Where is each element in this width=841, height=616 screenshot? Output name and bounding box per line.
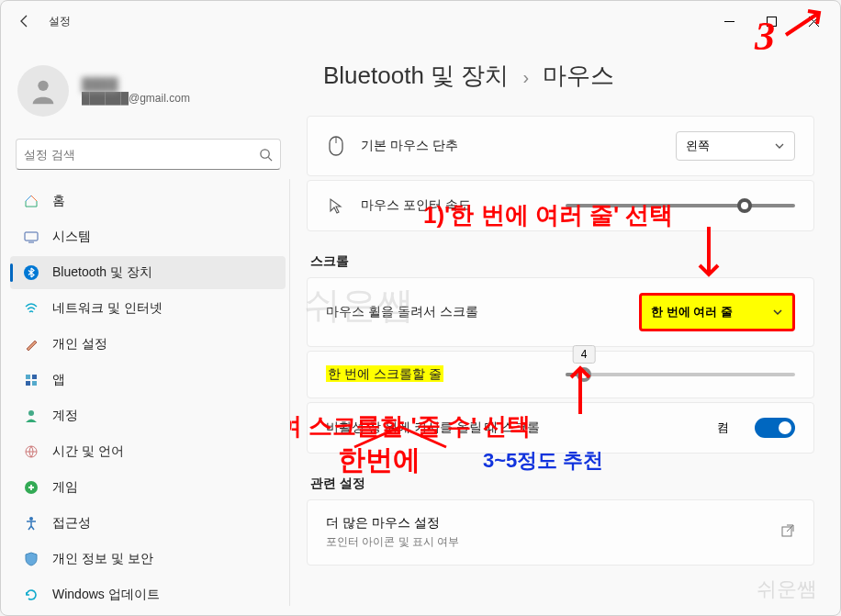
more-mouse-settings[interactable]: 더 많은 마우스 설정 포인터 아이콘 및 표시 여부 xyxy=(307,499,814,566)
globe-icon xyxy=(23,443,39,460)
sidebar-item-update[interactable]: Windows 업데이트 xyxy=(10,578,286,606)
title-bar: 설정 xyxy=(1,1,840,41)
close-button[interactable] xyxy=(792,6,835,36)
avatar xyxy=(17,65,69,117)
sidebar-item-system[interactable]: 시스템 xyxy=(10,220,286,253)
svg-point-9 xyxy=(28,410,34,416)
sidebar-item-label: Bluetooth 및 장치 xyxy=(52,264,152,281)
sidebar-item-gaming[interactable]: 게임 xyxy=(10,471,286,504)
minimize-icon xyxy=(724,17,734,27)
setting-primary-button: 기본 마우스 단추 왼쪽 xyxy=(307,116,814,176)
search-box[interactable] xyxy=(16,139,281,170)
sidebar-item-label: Windows 업데이트 xyxy=(52,587,160,603)
sidebar-item-label: 시스템 xyxy=(52,229,91,245)
pointer-speed-slider[interactable] xyxy=(566,204,795,207)
maximize-button[interactable] xyxy=(750,6,792,36)
svg-point-1 xyxy=(38,81,48,91)
brush-icon xyxy=(23,336,39,353)
svg-point-2 xyxy=(261,149,269,157)
sidebar-item-label: 게임 xyxy=(52,479,78,496)
toggle-state-text: 켬 xyxy=(717,420,729,436)
svg-rect-3 xyxy=(25,232,38,241)
slider-thumb[interactable] xyxy=(577,367,591,382)
user-block[interactable]: ████ ██████@gmail.com xyxy=(6,50,290,139)
user-name: ████ xyxy=(82,77,190,92)
accessibility-icon xyxy=(23,515,39,532)
update-icon xyxy=(23,587,39,603)
sidebar-item-time-language[interactable]: 시간 및 언어 xyxy=(10,435,286,468)
setting-label: 한 번에 스크롤할 줄 xyxy=(326,366,551,383)
external-link-icon xyxy=(780,523,795,542)
maximize-icon xyxy=(767,17,777,27)
sidebar-item-label: 접근성 xyxy=(52,515,91,532)
app-title: 설정 xyxy=(49,14,71,29)
setting-lines-at-once: 한 번에 스크롤할 줄 4 xyxy=(307,351,814,398)
svg-rect-5 xyxy=(26,375,30,379)
svg-point-12 xyxy=(29,517,33,521)
sidebar-item-label: 계정 xyxy=(52,408,78,424)
setting-label: 마우스 포인터 속도 xyxy=(361,197,551,214)
sidebar: ████ ██████@gmail.com 홈 시스템 Bluetooth 및 … xyxy=(1,41,290,615)
sidebar-item-privacy[interactable]: 개인 정보 및 보안 xyxy=(10,543,286,576)
sidebar-item-label: 시간 및 언어 xyxy=(52,443,124,460)
account-icon xyxy=(23,408,39,424)
sidebar-item-network[interactable]: 네트워크 및 인터넷 xyxy=(10,292,286,325)
breadcrumb-current: 마우스 xyxy=(543,62,614,89)
sidebar-item-accounts[interactable]: 계정 xyxy=(10,399,286,432)
lines-slider[interactable]: 4 xyxy=(566,373,795,376)
dropdown-value: 한 번에 여러 줄 xyxy=(651,304,733,320)
bluetooth-icon xyxy=(23,264,39,281)
sidebar-item-personalization[interactable]: 개인 설정 xyxy=(10,328,286,361)
mouse-icon xyxy=(326,136,346,156)
main-content: Bluetooth 및 장치 › 마우스 기본 마우스 단추 왼쪽 마우스 포인… xyxy=(290,41,840,615)
sidebar-item-label: 개인 정보 및 보안 xyxy=(52,551,153,567)
search-input[interactable] xyxy=(24,148,259,162)
primary-button-dropdown[interactable]: 왼쪽 xyxy=(676,131,795,161)
setting-wheel-scroll: 마우스 휠을 돌려서 스크롤 한 번에 여러 줄 xyxy=(307,277,814,347)
sidebar-item-label: 앱 xyxy=(52,372,65,388)
minimize-button[interactable] xyxy=(708,6,750,36)
sidebar-item-bluetooth[interactable]: Bluetooth 및 장치 xyxy=(10,256,286,289)
dropdown-value: 왼쪽 xyxy=(686,138,710,154)
section-related: 관련 설정 xyxy=(310,476,814,492)
svg-rect-7 xyxy=(26,381,30,386)
shield-icon xyxy=(23,551,39,567)
back-button[interactable] xyxy=(14,10,36,32)
sidebar-item-label: 개인 설정 xyxy=(52,336,107,353)
chevron-down-icon xyxy=(774,140,785,151)
section-scroll: 스크롤 xyxy=(310,253,814,270)
card-title: 더 많은 마우스 설정 xyxy=(326,515,766,532)
nav-list: 홈 시스템 Bluetooth 및 장치 네트워크 및 인터넷 개인 설정 앱 … xyxy=(6,179,290,606)
person-icon xyxy=(28,75,59,106)
pointer-icon xyxy=(326,196,346,216)
sidebar-item-home[interactable]: 홈 xyxy=(10,185,286,218)
gaming-icon xyxy=(23,479,39,496)
slider-thumb[interactable] xyxy=(737,198,752,213)
chevron-right-icon: › xyxy=(523,67,530,87)
sidebar-item-accessibility[interactable]: 접근성 xyxy=(10,507,286,540)
card-subtitle: 포인터 아이콘 및 표시 여부 xyxy=(326,534,766,550)
wheel-scroll-dropdown[interactable]: 한 번에 여러 줄 xyxy=(639,293,795,331)
breadcrumb: Bluetooth 및 장치 › 마우스 xyxy=(307,60,814,92)
arrow-left-icon xyxy=(17,14,32,28)
inactive-hover-toggle[interactable] xyxy=(755,418,795,438)
slider-tooltip: 4 xyxy=(573,345,596,364)
svg-rect-6 xyxy=(32,375,37,379)
chevron-down-icon xyxy=(772,307,783,318)
setting-label: 마우스 휠을 돌려서 스크롤 xyxy=(326,304,624,320)
close-icon xyxy=(809,17,819,27)
setting-label: 기본 마우스 단추 xyxy=(361,138,661,154)
breadcrumb-parent[interactable]: Bluetooth 및 장치 xyxy=(323,62,509,89)
search-icon xyxy=(259,148,273,162)
setting-label: 비활성 창 위에 커서를 올릴 때 스크롤 xyxy=(326,420,702,436)
svg-rect-8 xyxy=(32,381,37,386)
sidebar-item-label: 네트워크 및 인터넷 xyxy=(52,300,163,317)
system-icon xyxy=(23,229,39,245)
svg-rect-0 xyxy=(767,17,776,26)
user-email: ██████@gmail.com xyxy=(82,92,190,105)
setting-inactive-hover: 비활성 창 위에 커서를 올릴 때 스크롤 켬 xyxy=(307,402,814,454)
home-icon xyxy=(23,193,39,209)
apps-icon xyxy=(23,372,39,388)
wifi-icon xyxy=(23,300,39,317)
sidebar-item-apps[interactable]: 앱 xyxy=(10,364,286,397)
